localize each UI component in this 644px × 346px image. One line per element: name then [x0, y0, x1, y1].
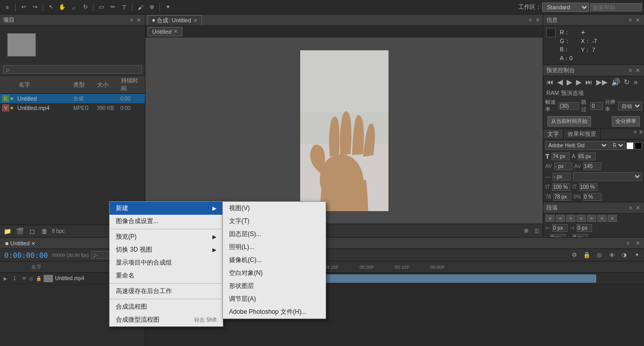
sub-menu-camera-label: 摄像机(C)...: [229, 256, 262, 265]
menu-new-arrow: ▶: [212, 205, 217, 211]
menu-item-show-in-project[interactable]: 显示项目中的合成组: [110, 256, 223, 269]
menu-sep-3: [110, 299, 223, 299]
menu-3d-view-label: 切换 3D 视图: [116, 245, 152, 254]
sub-menu-light-label: 照明(L)...: [229, 243, 254, 252]
menu-flowchart-label: 合成流程图: [116, 302, 147, 311]
menu-new-label: 新建: [116, 204, 128, 213]
sub-menu-view-label: 视图(V): [229, 204, 250, 213]
menu-item-comp-settings[interactable]: 图像合成设置...: [110, 215, 223, 228]
sub-menu-text-label: 文字(T): [229, 217, 249, 226]
context-menu-sub: 视图(V) 文字(T) 固态层(S)... 照明(L)... 摄像机(C)...…: [222, 201, 326, 319]
menu-3d-view-arrow: ▶: [212, 247, 217, 253]
sub-menu-view[interactable]: 视图(V): [223, 202, 326, 215]
sub-menu-photoshop-label: Adobe Photoshop 文件(H)...: [229, 308, 306, 316]
sub-menu-solid[interactable]: 固态层(S)...: [223, 228, 326, 241]
sub-menu-camera[interactable]: 摄像机(C)...: [223, 254, 326, 267]
sub-menu-null[interactable]: 空白对象(N): [223, 267, 326, 280]
menu-rename-label: 重命名: [116, 271, 135, 280]
sub-menu-light[interactable]: 照明(L)...: [223, 241, 326, 254]
sub-menu-text[interactable]: 文字(T): [223, 215, 326, 228]
sub-menu-adjustment-label: 调节层(A): [229, 295, 256, 303]
menu-item-cache-work[interactable]: 高速缓存在后台工作: [110, 285, 223, 298]
menu-item-mini-flowchart[interactable]: 合成微型流程图 轻击 Shift: [110, 313, 223, 326]
sub-menu-photoshop[interactable]: Adobe Photoshop 文件(H)...: [223, 306, 326, 319]
menu-item-flowchart[interactable]: 合成流程图: [110, 300, 223, 313]
menu-preview-arrow: ▶: [212, 234, 217, 240]
menu-mini-flowchart-label: 合成微型流程图: [116, 315, 159, 324]
menu-show-in-project-label: 显示项目中的合成组: [116, 258, 172, 267]
sub-menu-solid-label: 固态层(S)...: [229, 230, 261, 239]
sub-menu-null-label: 空白对象(N): [229, 269, 263, 278]
menu-sep-1: [110, 229, 223, 229]
menu-item-rename[interactable]: 重命名: [110, 269, 223, 282]
menu-comp-settings-label: 图像合成设置...: [116, 217, 158, 226]
menu-item-new[interactable]: 新建 ▶: [110, 202, 223, 215]
sub-menu-shape-label: 形状图层: [229, 282, 254, 290]
menu-cache-work-label: 高速缓存在后台工作: [116, 287, 172, 296]
menu-item-preview[interactable]: 预览(P) ▶: [110, 230, 223, 243]
context-menu-main: 新建 ▶ 图像合成设置... 预览(P) ▶ 切换 3D 视图 ▶ 显示项目中的…: [109, 201, 223, 327]
context-menu-overlay: 新建 ▶ 图像合成设置... 预览(P) ▶ 切换 3D 视图 ▶ 显示项目中的…: [0, 0, 644, 346]
menu-preview-label: 预览(P): [116, 232, 137, 241]
menu-sep-2: [110, 283, 223, 284]
menu-item-3d-view[interactable]: 切换 3D 视图 ▶: [110, 243, 223, 256]
sub-menu-adjustment[interactable]: 调节层(A): [223, 293, 326, 306]
sub-menu-shape[interactable]: 形状图层: [223, 280, 326, 293]
menu-mini-flowchart-shortcut: 轻击 Shift: [194, 316, 217, 324]
